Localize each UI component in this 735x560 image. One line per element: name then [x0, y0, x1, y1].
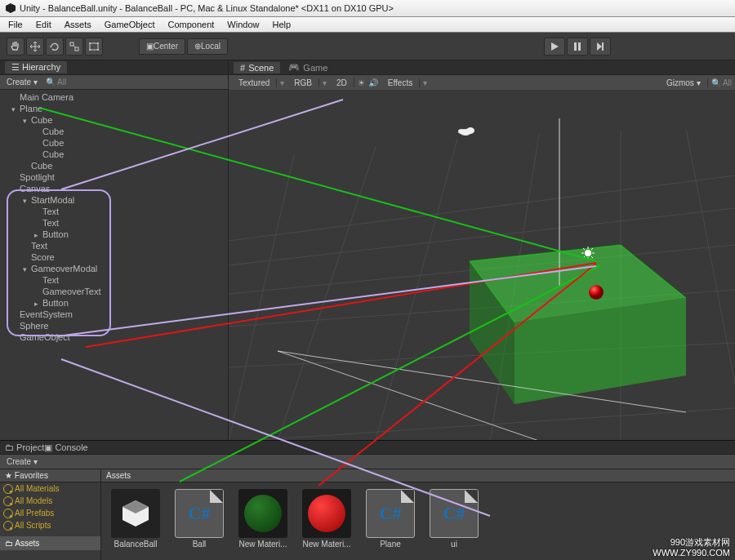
- hierarchy-item[interactable]: GameoverText: [0, 286, 228, 297]
- svg-rect-1: [70, 42, 74, 46]
- hierarchy-item[interactable]: GameObject: [0, 331, 228, 343]
- svg-rect-3: [90, 43, 98, 50]
- scene-search[interactable]: 🔍 All: [711, 78, 732, 87]
- assets-header: Assets: [101, 469, 735, 482]
- hierarchy-item[interactable]: Text: [0, 217, 228, 229]
- svg-point-5: [97, 42, 99, 44]
- hierarchy-item[interactable]: Sphere: [0, 320, 228, 331]
- asset-item[interactable]: C#Ball: [172, 489, 227, 549]
- move-tool[interactable]: [26, 38, 44, 56]
- menu-edit[interactable]: Edit: [29, 18, 58, 31]
- render-dropdown[interactable]: RGB: [287, 78, 319, 87]
- asset-item[interactable]: New Materi...: [299, 489, 354, 549]
- shading-dropdown[interactable]: Textured: [232, 78, 277, 87]
- hierarchy-item[interactable]: Cube: [0, 126, 228, 137]
- favorites-header: ★ Favorites: [0, 469, 100, 482]
- space-toggle[interactable]: ⊕ Local: [187, 38, 228, 55]
- watermark: 990游戏素材网 WWW.ZY990.COM: [653, 537, 730, 558]
- hierarchy-tree[interactable]: Main Camera▾Plane▾CubeCubeCubeCubeCubeSp…: [0, 90, 228, 440]
- play-controls: [544, 38, 611, 56]
- hierarchy-item[interactable]: Cube: [0, 149, 228, 160]
- hierarchy-item[interactable]: Text: [0, 206, 228, 217]
- project-create[interactable]: Create ▾: [3, 457, 41, 466]
- light-toggle[interactable]: ☀: [358, 78, 365, 87]
- svg-rect-2: [75, 47, 78, 51]
- svg-marker-0: [6, 3, 16, 13]
- scene-panel: # Scene 🎮 Game Textured▾ RGB▾ 2D ☀ 🔊 Eff…: [229, 60, 735, 440]
- effects-dropdown[interactable]: Effects: [381, 78, 420, 87]
- hierarchy-tab[interactable]: ☰ Hierarchy: [5, 61, 67, 73]
- title-bar: Unity - BalanceBall.unity - BalanceBall …: [0, 0, 735, 17]
- console-tab-label: Console: [55, 442, 87, 452]
- hierarchy-item[interactable]: Text: [0, 240, 228, 251]
- hierarchy-item[interactable]: Canvas: [0, 183, 228, 194]
- hierarchy-item[interactable]: Text: [0, 274, 228, 286]
- asset-grid[interactable]: BalanceBallC#BallNew Materi...New Materi…: [101, 482, 735, 555]
- svg-line-13: [229, 176, 735, 241]
- project-tab-label: Project: [16, 442, 44, 452]
- hierarchy-item[interactable]: Spotlight: [0, 171, 228, 183]
- rect-tool[interactable]: [85, 38, 103, 56]
- scale-tool[interactable]: [65, 38, 83, 56]
- menu-file[interactable]: File: [2, 18, 29, 31]
- hierarchy-search-text: All: [57, 78, 66, 87]
- hierarchy-item[interactable]: Main Camera: [0, 91, 228, 103]
- watermark-line2: WWW.ZY990.COM: [653, 548, 730, 558]
- asset-item[interactable]: New Materi...: [235, 489, 291, 549]
- favorite-item[interactable]: All Scripts: [0, 519, 100, 531]
- menu-help[interactable]: Help: [265, 18, 297, 31]
- svg-line-24: [686, 129, 735, 384]
- menu-assets[interactable]: Assets: [58, 18, 98, 31]
- favorite-item[interactable]: All Models: [0, 495, 100, 507]
- svg-point-44: [589, 285, 604, 300]
- hierarchy-item[interactable]: ▾GameoverModal: [0, 263, 228, 274]
- scene-tab[interactable]: # Scene: [234, 62, 280, 73]
- project-sidebar: ★ Favorites All MaterialsAll ModelsAll P…: [0, 469, 101, 560]
- pivot-toggle[interactable]: ▣ Center: [139, 38, 185, 55]
- svg-marker-8: [551, 42, 559, 51]
- 2d-toggle[interactable]: 2D: [330, 78, 354, 87]
- asset-item[interactable]: C#Plane: [363, 489, 418, 549]
- hand-tool[interactable]: [7, 38, 24, 56]
- scene-view[interactable]: [229, 90, 735, 440]
- hierarchy-search[interactable]: 🔍 All: [46, 78, 225, 87]
- asset-item[interactable]: BalanceBall: [108, 489, 163, 549]
- hierarchy-create[interactable]: Create ▾: [3, 78, 41, 87]
- svg-point-7: [97, 49, 99, 51]
- favorite-item[interactable]: All Prefabs: [0, 507, 100, 519]
- svg-line-21: [376, 139, 457, 440]
- gizmos-dropdown[interactable]: Gizmos ▾: [660, 78, 708, 87]
- space-label: Local: [201, 42, 220, 51]
- play-button[interactable]: [544, 38, 565, 56]
- project-tab[interactable]: 🗀 Project: [5, 442, 44, 452]
- game-tab[interactable]: 🎮 Game: [282, 61, 334, 73]
- svg-point-32: [585, 250, 591, 256]
- svg-point-43: [458, 129, 465, 134]
- audio-toggle[interactable]: 🔊: [368, 78, 378, 87]
- menu-gameobject[interactable]: GameObject: [98, 18, 162, 31]
- hierarchy-item[interactable]: ▾Plane: [0, 103, 228, 114]
- favorite-item[interactable]: All Materials: [0, 482, 100, 495]
- step-button[interactable]: [590, 38, 611, 56]
- scene-tab-label: Scene: [248, 63, 274, 73]
- hierarchy-item[interactable]: ▸Button: [0, 229, 228, 240]
- hierarchy-item[interactable]: Cube: [0, 137, 228, 149]
- assets-folder[interactable]: 🗀 Assets: [0, 536, 100, 550]
- svg-rect-9: [574, 42, 577, 51]
- hierarchy-item[interactable]: Score: [0, 251, 228, 263]
- pause-button[interactable]: [567, 38, 588, 56]
- hierarchy-item[interactable]: EventSystem: [0, 309, 228, 320]
- menu-window[interactable]: Window: [220, 18, 265, 31]
- unity-app-icon: [5, 2, 16, 14]
- window-title: Unity - BalanceBall.unity - BalanceBall …: [20, 3, 394, 13]
- console-tab[interactable]: ▣ Console: [44, 442, 87, 453]
- svg-point-42: [466, 127, 474, 134]
- hierarchy-item[interactable]: Cube: [0, 160, 228, 171]
- hierarchy-panel: ☰ Hierarchy Create ▾ 🔍 All Main Camera▾P…: [0, 60, 229, 440]
- hierarchy-item[interactable]: ▸Button: [0, 297, 228, 309]
- rotate-tool[interactable]: [46, 38, 64, 56]
- hierarchy-item[interactable]: ▾StartModal: [0, 194, 228, 206]
- asset-item[interactable]: C#ui: [426, 489, 482, 549]
- menu-component[interactable]: Component: [161, 18, 220, 31]
- hierarchy-item[interactable]: ▾Cube: [0, 114, 228, 126]
